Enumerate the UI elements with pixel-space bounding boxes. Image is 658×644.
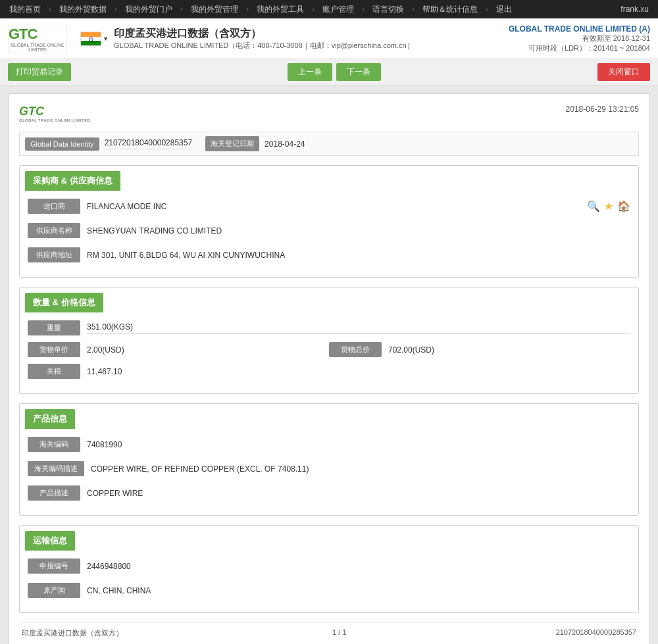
supplier-row: 供应商名称 SHENGYUAN TRADING CO LIMITED bbox=[28, 220, 630, 241]
search-icon[interactable]: 🔍 bbox=[587, 200, 600, 212]
price-row: 货物单价 2.00(USD) 货物总价 702.00(USD) bbox=[28, 342, 630, 357]
global-data-identity-label: Global Data Identity bbox=[25, 137, 99, 151]
nav-home[interactable]: 我的首页 bbox=[5, 4, 45, 15]
record-logo-sub: GLOBAL TRADE ONLINE LIMITED bbox=[19, 118, 91, 122]
footer-middle: 1 / 1 bbox=[332, 628, 346, 638]
hs-code-row: 海关编码 74081990 bbox=[28, 434, 630, 455]
record-logo-text: GTC bbox=[19, 105, 44, 118]
supplier-label: 供应商名称 bbox=[28, 223, 80, 238]
hs-code-value: 74081990 bbox=[87, 440, 630, 449]
nav-data[interactable]: 我的外贸数据 bbox=[55, 4, 111, 15]
weight-value: 351.00(KGS) bbox=[87, 322, 630, 334]
supplier-addr-value: RM 301, UNIT 6,BLDG 64, WU AI XIN CUNYIW… bbox=[87, 251, 630, 260]
top-navigation: 我的首页 › 我的外贸数据 › 我的外贸门户 › 我的外贸管理 › 我的外贸工具… bbox=[0, 0, 658, 18]
total-price-value: 702.00(USD) bbox=[388, 345, 630, 355]
product-desc-value: COPPER WIRE bbox=[87, 489, 630, 498]
logo: GTC GLOBAL TRADE ONLINE LIMITED bbox=[8, 24, 67, 53]
flag-area: ▾ bbox=[80, 32, 107, 46]
nav-language[interactable]: 语言切换 bbox=[368, 4, 408, 15]
supplier-addr-row: 供应商地址 RM 301, UNIT 6,BLDG 64, WU AI XIN … bbox=[28, 245, 630, 265]
nav-help[interactable]: 帮助＆统计信息 bbox=[418, 4, 482, 15]
transport-body: 申报编号 2446948800 原产国 CN, CHIN, CHINA bbox=[20, 551, 638, 612]
top-toolbar: 打印贸易记录 上一条 下一条 关闭窗口 bbox=[0, 59, 658, 86]
dropdown-arrow[interactable]: ▾ bbox=[104, 35, 107, 42]
nav-portal[interactable]: 我的外贸门户 bbox=[121, 4, 176, 15]
star-icon[interactable]: ★ bbox=[604, 200, 613, 212]
record-logo: GTC GLOBAL TRADE ONLINE LIMITED bbox=[19, 105, 91, 122]
print-button-top[interactable]: 打印贸易记录 bbox=[8, 63, 71, 81]
buyer-supplier-title: 采购商 & 供应商信息 bbox=[25, 171, 120, 191]
importer-value: FILANCAA MODE INC bbox=[87, 202, 587, 211]
origin-value: CN, CHIN, CHINA bbox=[87, 586, 630, 595]
ldr-info: 可用时段（LDR）：201401 ~ 201804 bbox=[509, 43, 650, 53]
quantity-price-body: 重量 351.00(KGS) 货物单价 2.00(USD) 货物总价 702.0… bbox=[20, 312, 638, 393]
origin-row: 原产国 CN, CHIN, CHINA bbox=[28, 580, 630, 601]
tax-label: 关税 bbox=[28, 364, 80, 379]
supplier-addr-label: 供应商地址 bbox=[28, 247, 80, 262]
product-body: 海关编码 74081990 海关编码描述 COPPER WIRE, OF REF… bbox=[20, 429, 638, 515]
hs-code-label: 海关编码 bbox=[28, 437, 80, 452]
total-price-label: 货物总价 bbox=[329, 342, 382, 357]
unit-price-value: 2.00(USD) bbox=[87, 345, 329, 355]
transport-section: 运输信息 申报编号 2446948800 原产国 CN, CHIN, CHINA bbox=[19, 525, 639, 613]
weight-label: 重量 bbox=[28, 320, 80, 335]
product-section: 产品信息 海关编码 74081990 海关编码描述 COPPER WIRE, O… bbox=[19, 403, 639, 516]
importer-icons: 🔍 ★ 🏠 bbox=[587, 200, 630, 212]
transport-title: 运输信息 bbox=[25, 531, 75, 551]
decl-num-value: 2446948800 bbox=[87, 562, 630, 571]
hs-desc-value: COPPER WIRE, OF REFINED COPPER (EXCL. OF… bbox=[91, 464, 630, 474]
tax-row: 关税 11,467.10 bbox=[28, 361, 630, 382]
record-header: GTC GLOBAL TRADE ONLINE LIMITED 2018-06-… bbox=[19, 105, 639, 122]
page-title: 印度孟买港进口数据（含双方） bbox=[114, 27, 407, 41]
customs-date-value: 2018-04-24 bbox=[265, 139, 305, 149]
logo-text: GTC bbox=[9, 26, 66, 43]
home-icon[interactable]: 🏠 bbox=[617, 200, 630, 212]
global-data-identity-value: 21072018040000285357 bbox=[105, 138, 192, 149]
close-button-top[interactable]: 关闭窗口 bbox=[597, 63, 650, 81]
customs-date-label: 海关登记日期 bbox=[205, 136, 259, 151]
quantity-price-title: 数量 & 价格信息 bbox=[25, 293, 103, 312]
validity-info: 有效期至 2018-12-31 bbox=[509, 34, 650, 43]
product-desc-label: 产品描述 bbox=[28, 485, 80, 501]
footer-left: 印度孟买港进口数据（含双方） bbox=[22, 628, 123, 638]
hs-desc-label: 海关编码描述 bbox=[28, 461, 84, 476]
header-right: GLOBAL TRADE ONLINE LIMITED (A) 有效期至 201… bbox=[509, 24, 650, 53]
identity-row: Global Data Identity 2107201804000028535… bbox=[19, 132, 639, 156]
quantity-price-section: 数量 & 价格信息 重量 351.00(KGS) 货物单价 2.00(USD) … bbox=[19, 287, 639, 394]
tax-value: 11,467.10 bbox=[87, 367, 630, 376]
unit-price-col: 货物单价 2.00(USD) bbox=[28, 342, 329, 357]
logo-sub: GLOBAL TRADE ONLINE LIMITED bbox=[9, 43, 66, 52]
footer-right: 21072018040000285357 bbox=[556, 628, 636, 638]
company-name-header: GLOBAL TRADE ONLINE LIMITED (A) bbox=[509, 24, 650, 34]
india-flag bbox=[80, 32, 101, 46]
page-header: GTC GLOBAL TRADE ONLINE LIMITED ▾ 印度孟买港进… bbox=[0, 18, 658, 59]
header-contact: GLOBAL TRADE ONLINE LIMITED（电话：400-710-3… bbox=[114, 41, 414, 51]
hs-desc-row: 海关编码描述 COPPER WIRE, OF REFINED COPPER (E… bbox=[28, 458, 630, 479]
record-card: GTC GLOBAL TRADE ONLINE LIMITED 2018-06-… bbox=[8, 93, 650, 644]
record-timestamp: 2018-06-29 13:21:05 bbox=[566, 105, 639, 114]
next-button-top[interactable]: 下一条 bbox=[336, 63, 381, 81]
nav-buttons: 上一条 下一条 bbox=[75, 63, 594, 81]
decl-num-label: 申报编号 bbox=[28, 558, 80, 574]
nav-logout[interactable]: 退出 bbox=[492, 4, 516, 15]
buyer-supplier-section: 采购商 & 供应商信息 进口商 FILANCAA MODE INC 🔍 ★ 🏠 … bbox=[19, 165, 639, 278]
product-title: 产品信息 bbox=[25, 409, 75, 429]
origin-label: 原产国 bbox=[28, 583, 80, 598]
weight-row: 重量 351.00(KGS) bbox=[28, 318, 630, 338]
main-content: GTC GLOBAL TRADE ONLINE LIMITED 2018-06-… bbox=[0, 86, 658, 644]
importer-label: 进口商 bbox=[28, 199, 80, 214]
nav-tools[interactable]: 我的外贸工具 bbox=[253, 4, 308, 15]
total-price-col: 货物总价 702.00(USD) bbox=[329, 342, 630, 357]
supplier-value: SHENGYUAN TRADING CO LIMITED bbox=[87, 226, 630, 235]
importer-row: 进口商 FILANCAA MODE INC 🔍 ★ 🏠 bbox=[28, 196, 630, 216]
username: frank.xu bbox=[617, 5, 653, 14]
logo-area: GTC GLOBAL TRADE ONLINE LIMITED bbox=[8, 24, 67, 53]
unit-price-label: 货物单价 bbox=[28, 342, 80, 357]
prev-button-top[interactable]: 上一条 bbox=[288, 63, 332, 81]
buyer-supplier-body: 进口商 FILANCAA MODE INC 🔍 ★ 🏠 供应商名称 SHENGY… bbox=[20, 191, 638, 277]
record-footer: 印度孟买港进口数据（含双方） 1 / 1 2107201804000028535… bbox=[19, 622, 639, 638]
product-desc-row: 产品描述 COPPER WIRE bbox=[28, 483, 630, 503]
nav-account[interactable]: 账户管理 bbox=[318, 4, 358, 15]
decl-num-row: 申报编号 2446948800 bbox=[28, 556, 630, 576]
nav-management[interactable]: 我的外贸管理 bbox=[187, 4, 242, 15]
